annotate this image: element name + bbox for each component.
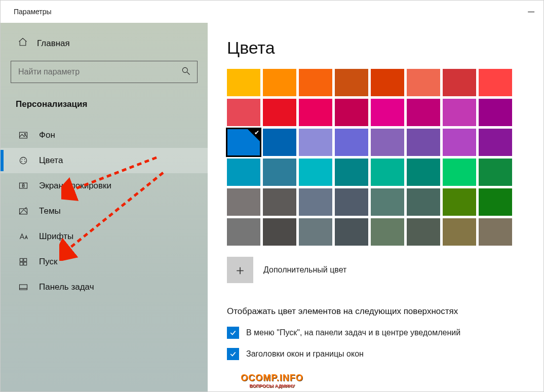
home-label: Главная	[37, 38, 70, 49]
sidebar-item-label: Шрифты	[39, 231, 73, 242]
sidebar-item-label: Экран блокировки	[39, 181, 111, 191]
color-swatch[interactable]	[479, 129, 512, 156]
svg-point-8	[21, 161, 22, 162]
watermark: OCOMP.INFO ВОПРОСЫ АДМИНУ	[241, 373, 303, 388]
color-swatch[interactable]	[299, 159, 332, 186]
svg-point-5	[22, 159, 23, 160]
sidebar-item-lockscreen[interactable]: Экран блокировки	[1, 173, 208, 199]
surface-option: В меню "Пуск", на панели задач и в центр…	[227, 327, 528, 339]
sidebar-item-colors[interactable]: Цвета	[1, 148, 208, 173]
color-swatch[interactable]	[335, 69, 368, 96]
surface-option-label: Заголовки окон и границы окон	[246, 349, 364, 359]
sidebar-item-label: Цвета	[39, 155, 63, 166]
color-swatch[interactable]	[371, 159, 404, 186]
color-swatch[interactable]	[407, 129, 440, 156]
custom-color-row: ＋ Дополнительный цвет	[227, 257, 528, 283]
fonts-icon	[18, 231, 29, 242]
add-custom-color-button[interactable]: ＋	[227, 257, 253, 283]
sidebar-item-label: Панель задач	[39, 282, 94, 292]
color-swatch[interactable]	[371, 69, 404, 96]
color-swatch[interactable]	[443, 218, 476, 246]
svg-line-1	[187, 72, 190, 75]
color-swatch[interactable]	[263, 218, 296, 246]
color-swatch[interactable]	[263, 69, 296, 96]
color-swatch[interactable]	[371, 99, 404, 126]
surface-option: Заголовки окон и границы окон	[227, 348, 528, 360]
svg-rect-2	[20, 132, 27, 138]
color-swatch[interactable]	[443, 99, 476, 126]
color-swatch[interactable]	[479, 159, 512, 186]
color-swatch[interactable]	[407, 159, 440, 186]
color-swatch[interactable]	[227, 69, 260, 96]
color-swatch[interactable]	[479, 188, 512, 216]
sidebar-item-taskbar[interactable]: Панель задач	[1, 275, 208, 300]
svg-point-3	[24, 133, 25, 134]
svg-rect-12	[20, 258, 23, 261]
svg-point-6	[24, 159, 25, 160]
start-icon	[18, 256, 29, 267]
main-content: Цвета ✔ ＋ Дополнительный цвет Отображать…	[208, 23, 543, 391]
color-swatch[interactable]	[299, 99, 332, 126]
window-controls: ─	[528, 7, 534, 17]
svg-rect-13	[24, 258, 27, 261]
color-swatch[interactable]	[299, 188, 332, 216]
color-swatch[interactable]	[227, 99, 260, 126]
themes-icon	[18, 206, 29, 217]
taskbar-icon	[18, 282, 29, 293]
search-input[interactable]	[18, 67, 181, 76]
color-swatch[interactable]	[443, 129, 476, 156]
sidebar-item-fonts[interactable]: Шрифты	[1, 224, 208, 249]
svg-point-4	[20, 157, 26, 164]
checkbox[interactable]	[227, 327, 239, 339]
sidebar-item-label: Темы	[39, 206, 61, 216]
color-swatch[interactable]	[407, 218, 440, 246]
color-swatch[interactable]	[263, 159, 296, 186]
color-swatch[interactable]	[299, 129, 332, 156]
surfaces-heading: Отображать цвет элементов на следующих п…	[227, 306, 528, 317]
color-swatch[interactable]	[443, 159, 476, 186]
color-swatch[interactable]	[335, 99, 368, 126]
color-swatch[interactable]	[407, 188, 440, 216]
color-swatch[interactable]	[263, 129, 296, 156]
colors-icon	[18, 155, 29, 166]
home-icon	[18, 37, 28, 50]
sidebar-item-label: Фон	[39, 130, 55, 140]
color-swatch[interactable]	[335, 218, 368, 246]
color-swatch[interactable]	[371, 188, 404, 216]
section-heading: Персонализация	[1, 96, 208, 123]
minimize-button[interactable]: ─	[528, 7, 534, 17]
color-swatch[interactable]	[479, 99, 512, 126]
color-swatch[interactable]	[227, 218, 260, 246]
color-swatch[interactable]	[299, 218, 332, 246]
color-swatch[interactable]	[407, 69, 440, 96]
color-swatch[interactable]	[443, 69, 476, 96]
color-swatch[interactable]	[335, 129, 368, 156]
page-title: Цвета	[227, 38, 528, 58]
color-swatch[interactable]	[407, 99, 440, 126]
color-swatch[interactable]	[335, 188, 368, 216]
sidebar-item-themes[interactable]: Темы	[1, 199, 208, 224]
home-link[interactable]: Главная	[1, 34, 208, 61]
sidebar-item-background[interactable]: Фон	[1, 123, 208, 148]
color-swatch[interactable]: ✔	[227, 129, 260, 156]
color-swatch[interactable]	[335, 159, 368, 186]
background-icon	[18, 130, 29, 141]
color-swatch[interactable]	[299, 69, 332, 96]
color-swatch[interactable]	[371, 218, 404, 246]
checkbox[interactable]	[227, 348, 239, 360]
custom-color-label: Дополнительный цвет	[263, 265, 346, 275]
color-swatch[interactable]	[443, 188, 476, 216]
color-swatch[interactable]	[227, 159, 260, 186]
color-swatch[interactable]	[263, 99, 296, 126]
color-swatch[interactable]	[227, 188, 260, 216]
color-swatch[interactable]	[479, 218, 512, 246]
color-swatch[interactable]	[263, 188, 296, 216]
color-swatch[interactable]	[479, 69, 512, 96]
svg-rect-10	[22, 185, 24, 187]
svg-point-7	[25, 161, 26, 162]
check-icon: ✔	[254, 129, 259, 136]
sidebar-item-start[interactable]: Пуск	[1, 249, 208, 275]
color-swatch[interactable]	[371, 129, 404, 156]
search-icon	[181, 66, 191, 78]
search-box[interactable]	[11, 61, 198, 83]
